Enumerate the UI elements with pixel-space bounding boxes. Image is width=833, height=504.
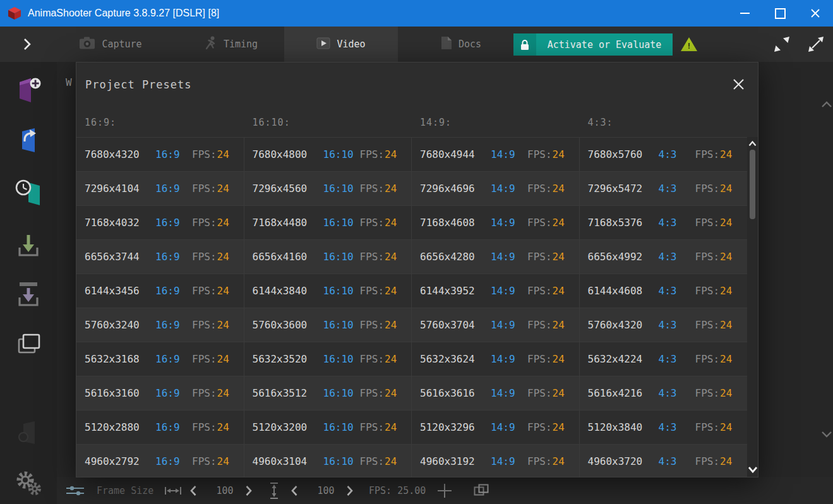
preset-item[interactable]: 7680x494414:9FPS:24: [412, 138, 580, 171]
preset-item[interactable]: 7296x410416:9FPS:24: [76, 172, 244, 205]
preset-item[interactable]: 7296x469614:9FPS:24: [412, 172, 580, 205]
dialog-scrollbar[interactable]: [747, 137, 758, 477]
preset-aspect: 14:9: [491, 421, 527, 433]
preset-item[interactable]: 5632x362414:9FPS:24: [412, 342, 580, 376]
preset-item[interactable]: 4960x319214:9FPS:24: [412, 445, 580, 477]
center-crosshair-icon[interactable]: [437, 477, 452, 504]
resize-diagonal-icon[interactable]: [808, 36, 824, 55]
preset-item[interactable]: 4960x310416:10FPS:24: [244, 445, 412, 477]
scroll-up-button[interactable]: [747, 138, 758, 148]
preset-fps-label: FPS:: [192, 251, 217, 263]
preset-item[interactable]: 6144x384016:10FPS:24: [244, 274, 412, 308]
preset-item[interactable]: 6656x428014:9FPS:24: [412, 240, 580, 273]
preset-fps-value: 24: [553, 353, 565, 365]
preset-item[interactable]: 5760x360016:10FPS:24: [244, 308, 412, 342]
scrollbar-thumb[interactable]: [750, 150, 755, 219]
preset-item[interactable]: 7168x403216:9FPS:24: [76, 206, 244, 239]
preset-item[interactable]: 6656x416016:10FPS:24: [244, 240, 412, 273]
preset-item[interactable]: 7680x57604:3FPS:24: [580, 138, 748, 171]
tab-timing[interactable]: Timing: [189, 27, 272, 62]
preset-item[interactable]: 5120x320016:10FPS:24: [244, 411, 412, 444]
preset-fps-label: FPS:: [527, 183, 552, 195]
preset-item[interactable]: 5120x38404:3FPS:24: [580, 411, 748, 444]
preset-resolution: 5120x2880: [85, 421, 155, 433]
minimize-button[interactable]: [727, 0, 762, 27]
preset-aspect: 4:3: [659, 387, 695, 399]
close-icon: [733, 78, 745, 90]
preset-item[interactable]: 7168x448016:10FPS:24: [244, 206, 412, 239]
preset-item[interactable]: 5632x316816:9FPS:24: [76, 342, 244, 376]
crop-frame-icon[interactable]: [474, 477, 489, 504]
import-frames-icon[interactable]: [13, 230, 44, 260]
frame-height-value[interactable]: 100: [311, 477, 341, 504]
height-increase-button[interactable]: [346, 477, 354, 504]
sidebar: [0, 62, 57, 504]
frame-width-value[interactable]: 100: [210, 477, 240, 504]
recent-projects-icon[interactable]: [13, 177, 44, 208]
tab-docs[interactable]: Docs: [420, 27, 502, 62]
preset-fps-label: FPS:: [695, 251, 720, 263]
preset-item[interactable]: 7168x53764:3FPS:24: [580, 206, 748, 239]
preset-item[interactable]: 5616x351216:10FPS:24: [244, 376, 412, 410]
open-project-icon[interactable]: [13, 125, 44, 155]
preset-item[interactable]: 5632x42244:3FPS:24: [580, 342, 748, 376]
frame-editor-icon[interactable]: [13, 329, 44, 359]
preset-item[interactable]: 5120x329614:9FPS:24: [412, 411, 580, 444]
toolbar: Capture Timing Video Docs: [0, 27, 833, 62]
preset-fps-value: 24: [720, 455, 732, 467]
preset-item[interactable]: 7296x456016:10FPS:24: [244, 172, 412, 205]
preset-row: 4960x279216:9FPS:244960x310416:10FPS:244…: [76, 444, 747, 477]
preset-item[interactable]: 6144x395214:9FPS:24: [412, 274, 580, 308]
preset-item[interactable]: 5760x324016:9FPS:24: [76, 308, 244, 342]
preset-item[interactable]: 4960x37204:3FPS:24: [580, 445, 748, 477]
preset-aspect: 14:9: [491, 183, 527, 195]
settings-gear-icon[interactable]: [13, 468, 44, 498]
preset-fps-label: FPS:: [695, 148, 720, 160]
activate-button[interactable]: Activate or Evaluate: [513, 33, 673, 56]
column-header-4-3: 4:3:: [580, 117, 748, 128]
preset-item[interactable]: 6656x49924:3FPS:24: [580, 240, 748, 273]
column-header-16-10: 16:10:: [244, 117, 412, 128]
frame-size-label: Frame Size: [97, 477, 153, 504]
preset-item[interactable]: 7680x432016:9FPS:24: [76, 138, 244, 171]
preset-item[interactable]: 5120x288016:9FPS:24: [76, 411, 244, 444]
preset-item[interactable]: 7296x54724:3FPS:24: [580, 172, 748, 205]
tab-video[interactable]: Video: [284, 27, 398, 62]
preset-item[interactable]: 4960x279216:9FPS:24: [76, 445, 244, 477]
background-scroll-up-icon[interactable]: [821, 99, 832, 111]
preset-item[interactable]: 6144x345616:9FPS:24: [76, 274, 244, 308]
preset-item[interactable]: 5760x43204:3FPS:24: [580, 308, 748, 342]
height-decrease-button[interactable]: [291, 477, 298, 504]
warning-icon[interactable]: !: [681, 37, 697, 51]
app-logo-icon: [8, 6, 21, 20]
scroll-down-button[interactable]: [747, 464, 758, 475]
fps-readout: FPS: 25.00: [369, 477, 426, 504]
background-scroll-down-icon[interactable]: [821, 429, 832, 441]
preset-item[interactable]: 5616x316016:9FPS:24: [76, 376, 244, 410]
preset-fps-value: 24: [217, 183, 229, 195]
import-sequence-icon[interactable]: [13, 279, 44, 309]
width-increase-button[interactable]: [245, 477, 253, 504]
close-button[interactable]: [798, 0, 833, 27]
fullscreen-icon[interactable]: [774, 36, 790, 55]
preset-resolution: 7680x4800: [253, 148, 323, 160]
preset-item[interactable]: 5616x42164:3FPS:24: [580, 376, 748, 410]
sidebar-expand-chevron[interactable]: [23, 37, 32, 54]
preset-fps-label: FPS:: [695, 387, 720, 399]
tab-capture[interactable]: Capture: [66, 27, 155, 62]
preset-item[interactable]: 5616x361614:9FPS:24: [412, 376, 580, 410]
dialog-close-button[interactable]: [731, 77, 745, 91]
width-decrease-button[interactable]: [189, 477, 197, 504]
preset-resolution: 6144x3456: [85, 285, 155, 297]
maximize-button[interactable]: [762, 0, 798, 27]
preset-item[interactable]: 6656x374416:9FPS:24: [76, 240, 244, 273]
preset-item[interactable]: 5760x370414:9FPS:24: [412, 308, 580, 342]
preset-item[interactable]: 7168x460814:9FPS:24: [412, 206, 580, 239]
preset-item[interactable]: 6144x46084:3FPS:24: [580, 274, 748, 308]
preset-item[interactable]: 5632x352016:10FPS:24: [244, 342, 412, 376]
runner-icon: [203, 36, 217, 52]
preset-item[interactable]: 7680x480016:10FPS:24: [244, 138, 412, 171]
new-project-icon[interactable]: [13, 75, 44, 105]
frame-size-sliders-icon[interactable]: [66, 477, 85, 504]
preset-fps-value: 24: [553, 421, 565, 433]
